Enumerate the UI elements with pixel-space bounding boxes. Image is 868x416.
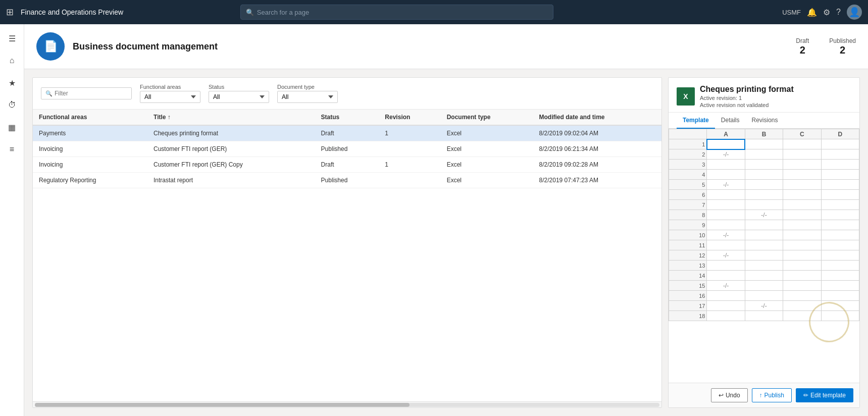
sheet-cell-r13-c4[interactable] bbox=[821, 261, 859, 271]
sheet-cell-r16-c1[interactable] bbox=[707, 291, 745, 301]
sheet-cell-r4-c4[interactable] bbox=[821, 170, 859, 180]
scrollbar-track[interactable] bbox=[35, 403, 659, 407]
sheet-cell-r18-c4[interactable] bbox=[821, 311, 859, 321]
sheet-cell-r14-c1[interactable] bbox=[707, 271, 745, 281]
sheet-cell-r11-c4[interactable] bbox=[821, 240, 859, 250]
avatar[interactable]: 👤 bbox=[847, 5, 862, 20]
sheet-cell-r6-c4[interactable] bbox=[821, 190, 859, 200]
sheet-cell-r14-c3[interactable] bbox=[783, 271, 821, 281]
sheet-cell-r17-c1[interactable] bbox=[707, 301, 745, 311]
table-row[interactable]: Invoicing Customer FTI report (GER) Copy… bbox=[33, 157, 661, 173]
sheet-cell-r16-c2[interactable] bbox=[745, 291, 783, 301]
col-functional-areas[interactable]: Functional areas bbox=[33, 110, 147, 125]
sheet-cell-r9-c3[interactable] bbox=[783, 220, 821, 230]
sheet-cell-r6-c1[interactable] bbox=[707, 190, 745, 200]
sheet-cell-r5-c3[interactable] bbox=[783, 180, 821, 190]
sheet-cell-r3-c1[interactable] bbox=[707, 160, 745, 170]
apps-icon[interactable]: ⊞ bbox=[6, 7, 14, 18]
col-title[interactable]: Title ↑ bbox=[147, 110, 315, 125]
sheet-cell-r17-c4[interactable] bbox=[821, 301, 859, 311]
sheet-cell-r16-c3[interactable] bbox=[783, 291, 821, 301]
table-row[interactable]: Payments Cheques printing format Draft 1… bbox=[33, 125, 661, 141]
sheet-cell-r8-c1[interactable] bbox=[707, 210, 745, 220]
sheet-cell-r2-c4[interactable] bbox=[821, 149, 859, 160]
sheet-cell-r7-c2[interactable] bbox=[745, 200, 783, 210]
functional-areas-select[interactable]: All bbox=[140, 91, 200, 103]
sheet-cell-r4-c1[interactable] bbox=[707, 170, 745, 180]
tab-template[interactable]: Template bbox=[677, 113, 715, 129]
sheet-cell-r10-c2[interactable] bbox=[745, 230, 783, 240]
sheet-cell-r6-c3[interactable] bbox=[783, 190, 821, 200]
sheet-cell-r12-c4[interactable] bbox=[821, 250, 859, 261]
sidebar-item-menu[interactable]: ☰ bbox=[2, 28, 22, 48]
sheet-cell-r3-c3[interactable] bbox=[783, 160, 821, 170]
sheet-cell-r3-c2[interactable] bbox=[745, 160, 783, 170]
sheet-cell-r7-c1[interactable] bbox=[707, 200, 745, 210]
sheet-cell-r18-c3[interactable] bbox=[783, 311, 821, 321]
settings-icon[interactable]: ⚙ bbox=[823, 8, 830, 17]
horizontal-scrollbar[interactable] bbox=[33, 401, 661, 407]
filter-input[interactable] bbox=[55, 90, 127, 97]
sheet-cell-r14-c2[interactable] bbox=[745, 271, 783, 281]
sheet-cell-r12-c3[interactable] bbox=[783, 250, 821, 261]
sheet-cell-r5-c4[interactable] bbox=[821, 180, 859, 190]
sidebar-item-workspaces[interactable]: ▦ bbox=[2, 117, 22, 137]
sheet-cell-r13-c1[interactable] bbox=[707, 261, 745, 271]
search-bar[interactable]: 🔍 bbox=[240, 5, 553, 20]
sidebar-item-list[interactable]: ≡ bbox=[2, 139, 22, 160]
sheet-cell-r13-c2[interactable] bbox=[745, 261, 783, 271]
sheet-cell-r4-c2[interactable] bbox=[745, 170, 783, 180]
sheet-cell-r9-c4[interactable] bbox=[821, 220, 859, 230]
sheet-cell-r8-c3[interactable] bbox=[783, 210, 821, 220]
sheet-cell-r10-c4[interactable] bbox=[821, 230, 859, 240]
sheet-cell-r1-c2[interactable] bbox=[745, 139, 783, 149]
sheet-cell-r10-c3[interactable] bbox=[783, 230, 821, 240]
sheet-cell-r12-c1[interactable]: -/- bbox=[707, 250, 745, 261]
scrollbar-thumb[interactable] bbox=[35, 403, 410, 407]
help-icon[interactable]: ? bbox=[836, 8, 841, 17]
sheet-cell-r15-c4[interactable] bbox=[821, 281, 859, 291]
sheet-cell-r7-c4[interactable] bbox=[821, 200, 859, 210]
notification-icon[interactable]: 🔔 bbox=[807, 8, 817, 17]
sheet-cell-r5-c2[interactable] bbox=[745, 180, 783, 190]
sheet-cell-r15-c2[interactable] bbox=[745, 281, 783, 291]
sheet-cell-r2-c2[interactable] bbox=[745, 149, 783, 160]
sheet-cell-r9-c2[interactable] bbox=[745, 220, 783, 230]
table-row[interactable]: Invoicing Customer FTI report (GER) Publ… bbox=[33, 141, 661, 157]
sheet-cell-r11-c1[interactable] bbox=[707, 240, 745, 250]
table-row[interactable]: Regulatory Reporting Intrastat report Pu… bbox=[33, 173, 661, 188]
sheet-cell-r12-c2[interactable] bbox=[745, 250, 783, 261]
sheet-cell-r10-c1[interactable]: -/- bbox=[707, 230, 745, 240]
sheet-cell-r16-c4[interactable] bbox=[821, 291, 859, 301]
sheet-cell-r11-c3[interactable] bbox=[783, 240, 821, 250]
search-input[interactable] bbox=[257, 9, 548, 16]
sheet-cell-r2-c1[interactable]: -/- bbox=[707, 149, 745, 160]
sheet-cell-r1-c4[interactable] bbox=[821, 139, 859, 149]
sheet-cell-r8-c4[interactable] bbox=[821, 210, 859, 220]
sheet-cell-r3-c4[interactable] bbox=[821, 160, 859, 170]
sheet-cell-r9-c1[interactable] bbox=[707, 220, 745, 230]
undo-button[interactable]: ↩ Undo bbox=[711, 388, 748, 402]
sheet-cell-r11-c2[interactable] bbox=[745, 240, 783, 250]
sheet-cell-r17-c2[interactable]: -/- bbox=[745, 301, 783, 311]
sheet-cell-r17-c3[interactable] bbox=[783, 301, 821, 311]
tab-revisions[interactable]: Revisions bbox=[745, 113, 784, 129]
sidebar-item-favorites[interactable]: ★ bbox=[2, 73, 22, 93]
sheet-cell-r8-c2[interactable]: -/- bbox=[745, 210, 783, 220]
sheet-cell-r2-c3[interactable] bbox=[783, 149, 821, 160]
sheet-cell-r7-c3[interactable] bbox=[783, 200, 821, 210]
sheet-cell-r15-c3[interactable] bbox=[783, 281, 821, 291]
sheet-cell-r18-c2[interactable] bbox=[745, 311, 783, 321]
status-select[interactable]: All bbox=[209, 91, 269, 103]
sheet-cell-r6-c2[interactable] bbox=[745, 190, 783, 200]
sheet-cell-r14-c4[interactable] bbox=[821, 271, 859, 281]
sheet-cell-r18-c1[interactable] bbox=[707, 311, 745, 321]
sheet-container[interactable]: ABCD12-/-345-/-678-/-910-/-1112-/-131415… bbox=[669, 129, 859, 383]
sidebar-item-recent[interactable]: ⏱ bbox=[2, 95, 22, 115]
edit-template-button[interactable]: ✏ Edit template bbox=[796, 388, 853, 402]
sidebar-item-home[interactable]: ⌂ bbox=[2, 50, 22, 71]
sheet-cell-r15-c1[interactable]: -/- bbox=[707, 281, 745, 291]
sheet-cell-r4-c3[interactable] bbox=[783, 170, 821, 180]
sheet-cell-r13-c3[interactable] bbox=[783, 261, 821, 271]
sheet-cell-r5-c1[interactable]: -/- bbox=[707, 180, 745, 190]
